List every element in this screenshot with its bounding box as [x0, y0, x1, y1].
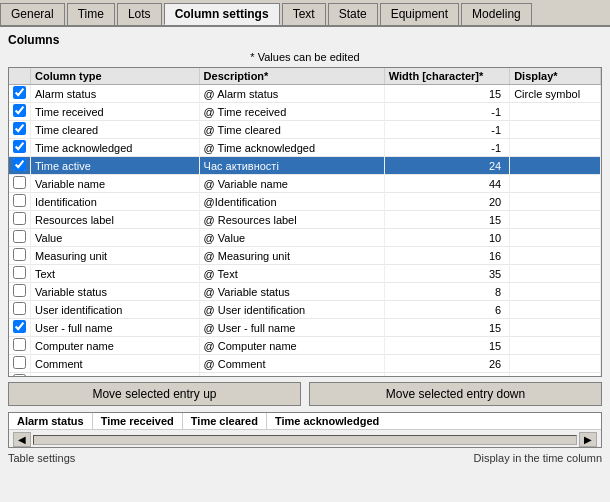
table-row[interactable]: Text@ Text35: [9, 265, 601, 283]
columns-table-container: Column typeDescription*Width [character]…: [8, 67, 602, 377]
row-checkbox-14[interactable]: [9, 337, 31, 355]
row-checkbox-1[interactable]: [9, 103, 31, 121]
tab-general[interactable]: General: [0, 3, 65, 25]
move-down-button[interactable]: Move selected entry down: [309, 382, 602, 406]
table-row[interactable]: User - full name@ User - full name15: [9, 319, 601, 337]
row-display: [510, 319, 601, 337]
scroll-right-btn[interactable]: ▶: [579, 432, 597, 447]
row-width: 15: [384, 337, 509, 355]
row-type: Time active: [31, 157, 200, 175]
table-row[interactable]: Alarm/event group number@ Alarm/event gr…: [9, 373, 601, 378]
row-type: Alarm status: [31, 85, 200, 103]
row-display: [510, 139, 601, 157]
row-type: Computer name: [31, 337, 200, 355]
table-row[interactable]: Comment@ Comment26: [9, 355, 601, 373]
row-desc: Час активності: [199, 157, 384, 175]
row-checkbox-12[interactable]: [9, 301, 31, 319]
row-checkbox-13[interactable]: [9, 319, 31, 337]
table-row[interactable]: Time cleared@ Time cleared-1: [9, 121, 601, 139]
row-width: -1: [384, 121, 509, 139]
row-checkbox-11[interactable]: [9, 283, 31, 301]
table-row[interactable]: Time received@ Time received-1: [9, 103, 601, 121]
row-display: [510, 283, 601, 301]
row-desc: @ User - full name: [199, 319, 384, 337]
row-width: -1: [384, 103, 509, 121]
row-checkbox-9[interactable]: [9, 247, 31, 265]
row-desc: @ Value: [199, 229, 384, 247]
row-display: [510, 157, 601, 175]
footer-table-settings: Table settings: [8, 452, 75, 464]
row-type: Time cleared: [31, 121, 200, 139]
row-checkbox-2[interactable]: [9, 121, 31, 139]
horizontal-scrollbar[interactable]: [33, 435, 577, 445]
tab-text[interactable]: Text: [282, 3, 326, 25]
table-row[interactable]: Measuring unit@ Measuring unit16: [9, 247, 601, 265]
table-row[interactable]: Value@ Value10: [9, 229, 601, 247]
table-row[interactable]: Variable status@ Variable status8: [9, 283, 601, 301]
row-checkbox-16[interactable]: [9, 373, 31, 378]
row-checkbox-3[interactable]: [9, 139, 31, 157]
row-checkbox-6[interactable]: [9, 193, 31, 211]
table-row[interactable]: Time acknowledged@ Time acknowledged-1: [9, 139, 601, 157]
tab-lots[interactable]: Lots: [117, 3, 162, 25]
row-display: [510, 175, 601, 193]
row-type: User identification: [31, 301, 200, 319]
row-type: User - full name: [31, 319, 200, 337]
tab-state[interactable]: State: [328, 3, 378, 25]
row-display: [510, 121, 601, 139]
table-row[interactable]: Resources label@ Resources label15: [9, 211, 601, 229]
preview-scrollbar-row: ◀ ▶: [9, 430, 601, 448]
preview-col-time-cleared: Time cleared: [183, 413, 267, 429]
tab-time[interactable]: Time: [67, 3, 115, 25]
row-desc: @ Comment: [199, 355, 384, 373]
row-width: 2: [384, 373, 509, 378]
preview-col-time-received: Time received: [93, 413, 183, 429]
row-display: [510, 337, 601, 355]
row-type: Time received: [31, 103, 200, 121]
tab-equipment[interactable]: Equipment: [380, 3, 459, 25]
row-type: Time acknowledged: [31, 139, 200, 157]
row-desc: @ Alarm/event group number: [199, 373, 384, 378]
row-desc: @ Variable name: [199, 175, 384, 193]
row-desc: @ User identification: [199, 301, 384, 319]
scroll-left-btn[interactable]: ◀: [13, 432, 31, 447]
table-row[interactable]: User identification@ User identification…: [9, 301, 601, 319]
row-width: 10: [384, 229, 509, 247]
row-checkbox-4[interactable]: [9, 157, 31, 175]
row-checkbox-10[interactable]: [9, 265, 31, 283]
col-header-checkbox: [9, 68, 31, 85]
row-checkbox-7[interactable]: [9, 211, 31, 229]
tab-modeling[interactable]: Modeling: [461, 3, 532, 25]
row-type: Alarm/event group number: [31, 373, 200, 378]
col-header-width: Width [character]*: [384, 68, 509, 85]
table-row[interactable]: Time activeЧас активності24: [9, 157, 601, 175]
col-header-desc: Description*: [199, 68, 384, 85]
row-desc: @ Time acknowledged: [199, 139, 384, 157]
row-type: Identification: [31, 193, 200, 211]
row-width: -1: [384, 139, 509, 157]
row-desc: @ Alarm status: [199, 85, 384, 103]
row-checkbox-0[interactable]: [9, 85, 31, 103]
row-checkbox-8[interactable]: [9, 229, 31, 247]
row-width: 24: [384, 157, 509, 175]
table-row[interactable]: Computer name@ Computer name15: [9, 337, 601, 355]
footer-row: Table settings Display in the time colum…: [8, 452, 602, 464]
row-display: [510, 373, 601, 378]
table-row[interactable]: Alarm status@ Alarm status15Circle symbo…: [9, 85, 601, 103]
row-checkbox-5[interactable]: [9, 175, 31, 193]
footer-display-time: Display in the time column: [474, 452, 602, 464]
row-desc: @ Time cleared: [199, 121, 384, 139]
preview-bar: Alarm statusTime receivedTime clearedTim…: [8, 412, 602, 448]
row-display: [510, 355, 601, 373]
table-row[interactable]: Variable name@ Variable name44: [9, 175, 601, 193]
row-width: 15: [384, 319, 509, 337]
tab-column-settings[interactable]: Column settings: [164, 3, 280, 25]
row-width: 26: [384, 355, 509, 373]
row-display: [510, 211, 601, 229]
move-up-button[interactable]: Move selected entry up: [8, 382, 301, 406]
row-checkbox-15[interactable]: [9, 355, 31, 373]
row-display: [510, 193, 601, 211]
row-type: Text: [31, 265, 200, 283]
row-display: [510, 301, 601, 319]
table-row[interactable]: Identification@Identification20: [9, 193, 601, 211]
